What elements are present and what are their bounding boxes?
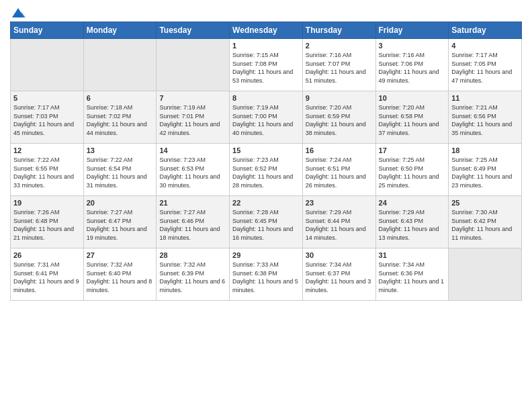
calendar-cell: 4Sunrise: 7:17 AMSunset: 7:05 PMDaylight… bbox=[449, 39, 522, 91]
calendar-cell: 1Sunrise: 7:15 AMSunset: 7:08 PMDaylight… bbox=[230, 39, 303, 91]
day-number: 23 bbox=[306, 199, 373, 207]
calendar-cell: 29Sunrise: 7:33 AMSunset: 6:38 PMDayligh… bbox=[230, 248, 303, 301]
weekday-header-saturday: Saturday bbox=[449, 22, 522, 39]
day-number: 10 bbox=[379, 94, 446, 102]
day-number: 31 bbox=[379, 251, 446, 259]
day-number: 4 bbox=[451, 42, 519, 50]
day-info: Sunrise: 7:28 AMSunset: 6:45 PMDaylight:… bbox=[232, 208, 300, 242]
calendar-cell: 8Sunrise: 7:19 AMSunset: 7:00 PMDaylight… bbox=[230, 91, 303, 144]
day-number: 14 bbox=[159, 146, 226, 154]
day-info: Sunrise: 7:22 AMSunset: 6:54 PMDaylight:… bbox=[87, 156, 154, 189]
page-header bbox=[10, 7, 522, 16]
day-number: 27 bbox=[87, 251, 154, 259]
day-number: 13 bbox=[87, 146, 154, 154]
calendar-cell: 20Sunrise: 7:27 AMSunset: 6:47 PMDayligh… bbox=[83, 196, 157, 248]
calendar-cell: 24Sunrise: 7:29 AMSunset: 6:43 PMDayligh… bbox=[375, 196, 449, 248]
calendar-cell: 13Sunrise: 7:22 AMSunset: 6:54 PMDayligh… bbox=[83, 144, 157, 196]
calendar-cell: 15Sunrise: 7:23 AMSunset: 6:52 PMDayligh… bbox=[230, 144, 303, 196]
calendar-cell: 6Sunrise: 7:18 AMSunset: 7:02 PMDaylight… bbox=[83, 91, 157, 144]
calendar-cell: 25Sunrise: 7:30 AMSunset: 6:42 PMDayligh… bbox=[449, 196, 522, 248]
day-info: Sunrise: 7:23 AMSunset: 6:52 PMDaylight:… bbox=[232, 156, 300, 189]
day-info: Sunrise: 7:17 AMSunset: 7:05 PMDaylight:… bbox=[451, 51, 519, 85]
day-info: Sunrise: 7:24 AMSunset: 6:51 PMDaylight:… bbox=[306, 156, 373, 189]
calendar-cell: 14Sunrise: 7:23 AMSunset: 6:53 PMDayligh… bbox=[157, 144, 230, 196]
day-number: 26 bbox=[13, 251, 81, 259]
calendar-cell: 12Sunrise: 7:22 AMSunset: 6:55 PMDayligh… bbox=[11, 144, 84, 196]
day-number: 16 bbox=[306, 146, 373, 154]
day-info: Sunrise: 7:34 AMSunset: 6:37 PMDaylight:… bbox=[306, 261, 373, 294]
day-info: Sunrise: 7:26 AMSunset: 6:48 PMDaylight:… bbox=[13, 208, 81, 242]
day-number: 20 bbox=[87, 199, 154, 207]
day-info: Sunrise: 7:31 AMSunset: 6:41 PMDaylight:… bbox=[13, 261, 81, 294]
calendar-cell: 30Sunrise: 7:34 AMSunset: 6:37 PMDayligh… bbox=[302, 248, 375, 301]
calendar-cell bbox=[11, 39, 84, 91]
weekday-header-monday: Monday bbox=[83, 22, 157, 39]
calendar-cell: 31Sunrise: 7:34 AMSunset: 6:36 PMDayligh… bbox=[375, 248, 449, 301]
calendar-cell: 22Sunrise: 7:28 AMSunset: 6:45 PMDayligh… bbox=[230, 196, 303, 248]
calendar-cell: 23Sunrise: 7:29 AMSunset: 6:44 PMDayligh… bbox=[302, 196, 375, 248]
day-number: 11 bbox=[451, 94, 519, 102]
calendar-cell: 27Sunrise: 7:32 AMSunset: 6:40 PMDayligh… bbox=[83, 248, 157, 301]
calendar-cell bbox=[449, 248, 522, 301]
calendar-cell: 9Sunrise: 7:20 AMSunset: 6:59 PMDaylight… bbox=[302, 91, 375, 144]
day-info: Sunrise: 7:18 AMSunset: 7:02 PMDaylight:… bbox=[87, 103, 154, 137]
day-number: 19 bbox=[13, 199, 81, 207]
calendar-cell: 11Sunrise: 7:21 AMSunset: 6:56 PMDayligh… bbox=[449, 91, 522, 144]
day-number: 9 bbox=[306, 94, 373, 102]
calendar-cell: 2Sunrise: 7:16 AMSunset: 7:07 PMDaylight… bbox=[302, 39, 375, 91]
day-info: Sunrise: 7:19 AMSunset: 7:01 PMDaylight:… bbox=[159, 103, 226, 137]
calendar-cell bbox=[157, 39, 230, 91]
calendar-cell: 3Sunrise: 7:16 AMSunset: 7:06 PMDaylight… bbox=[375, 39, 449, 91]
weekday-header-wednesday: Wednesday bbox=[230, 22, 303, 39]
day-number: 1 bbox=[232, 42, 300, 50]
day-number: 29 bbox=[232, 251, 300, 259]
weekday-header-thursday: Thursday bbox=[302, 22, 375, 39]
day-info: Sunrise: 7:20 AMSunset: 6:58 PMDaylight:… bbox=[379, 103, 446, 137]
day-number: 3 bbox=[379, 42, 446, 50]
calendar-cell: 26Sunrise: 7:31 AMSunset: 6:41 PMDayligh… bbox=[11, 248, 84, 301]
weekday-header-sunday: Sunday bbox=[11, 22, 84, 39]
calendar-cell: 5Sunrise: 7:17 AMSunset: 7:03 PMDaylight… bbox=[11, 91, 84, 144]
day-info: Sunrise: 7:34 AMSunset: 6:36 PMDaylight:… bbox=[379, 261, 446, 294]
logo-icon bbox=[11, 7, 26, 19]
day-info: Sunrise: 7:32 AMSunset: 6:39 PMDaylight:… bbox=[159, 261, 226, 294]
day-number: 28 bbox=[159, 251, 226, 259]
day-info: Sunrise: 7:25 AMSunset: 6:50 PMDaylight:… bbox=[379, 156, 446, 189]
calendar-cell bbox=[83, 39, 157, 91]
day-info: Sunrise: 7:21 AMSunset: 6:56 PMDaylight:… bbox=[451, 103, 519, 137]
day-info: Sunrise: 7:25 AMSunset: 6:49 PMDaylight:… bbox=[451, 156, 519, 189]
calendar-cell: 21Sunrise: 7:27 AMSunset: 6:46 PMDayligh… bbox=[157, 196, 230, 248]
day-number: 30 bbox=[306, 251, 373, 259]
calendar-cell: 10Sunrise: 7:20 AMSunset: 6:58 PMDayligh… bbox=[375, 91, 449, 144]
day-info: Sunrise: 7:29 AMSunset: 6:43 PMDaylight:… bbox=[379, 208, 446, 242]
calendar-cell: 19Sunrise: 7:26 AMSunset: 6:48 PMDayligh… bbox=[11, 196, 84, 248]
day-number: 18 bbox=[451, 146, 519, 154]
calendar-cell: 28Sunrise: 7:32 AMSunset: 6:39 PMDayligh… bbox=[157, 248, 230, 301]
day-info: Sunrise: 7:22 AMSunset: 6:55 PMDaylight:… bbox=[13, 156, 81, 189]
day-number: 21 bbox=[159, 199, 226, 207]
day-info: Sunrise: 7:23 AMSunset: 6:53 PMDaylight:… bbox=[159, 156, 226, 189]
main-container: SundayMondayTuesdayWednesdayThursdayFrid… bbox=[0, 0, 532, 308]
day-info: Sunrise: 7:16 AMSunset: 7:06 PMDaylight:… bbox=[379, 51, 446, 85]
day-number: 7 bbox=[159, 94, 226, 102]
day-info: Sunrise: 7:19 AMSunset: 7:00 PMDaylight:… bbox=[232, 103, 300, 137]
calendar-table: SundayMondayTuesdayWednesdayThursdayFrid… bbox=[10, 21, 522, 301]
day-info: Sunrise: 7:30 AMSunset: 6:42 PMDaylight:… bbox=[451, 208, 519, 242]
day-info: Sunrise: 7:32 AMSunset: 6:40 PMDaylight:… bbox=[87, 261, 154, 294]
day-info: Sunrise: 7:17 AMSunset: 7:03 PMDaylight:… bbox=[13, 103, 81, 137]
day-info: Sunrise: 7:20 AMSunset: 6:59 PMDaylight:… bbox=[306, 103, 373, 137]
weekday-header-friday: Friday bbox=[375, 22, 449, 39]
weekday-header-tuesday: Tuesday bbox=[157, 22, 230, 39]
logo bbox=[10, 7, 26, 16]
day-info: Sunrise: 7:33 AMSunset: 6:38 PMDaylight:… bbox=[232, 261, 300, 294]
day-number: 15 bbox=[232, 146, 300, 154]
day-info: Sunrise: 7:29 AMSunset: 6:44 PMDaylight:… bbox=[306, 208, 373, 242]
day-number: 24 bbox=[379, 199, 446, 207]
day-number: 2 bbox=[306, 42, 373, 50]
day-number: 5 bbox=[13, 94, 81, 102]
day-info: Sunrise: 7:15 AMSunset: 7:08 PMDaylight:… bbox=[232, 51, 300, 85]
day-number: 8 bbox=[232, 94, 300, 102]
calendar-cell: 16Sunrise: 7:24 AMSunset: 6:51 PMDayligh… bbox=[302, 144, 375, 196]
day-number: 22 bbox=[232, 199, 300, 207]
day-info: Sunrise: 7:27 AMSunset: 6:47 PMDaylight:… bbox=[87, 208, 154, 242]
